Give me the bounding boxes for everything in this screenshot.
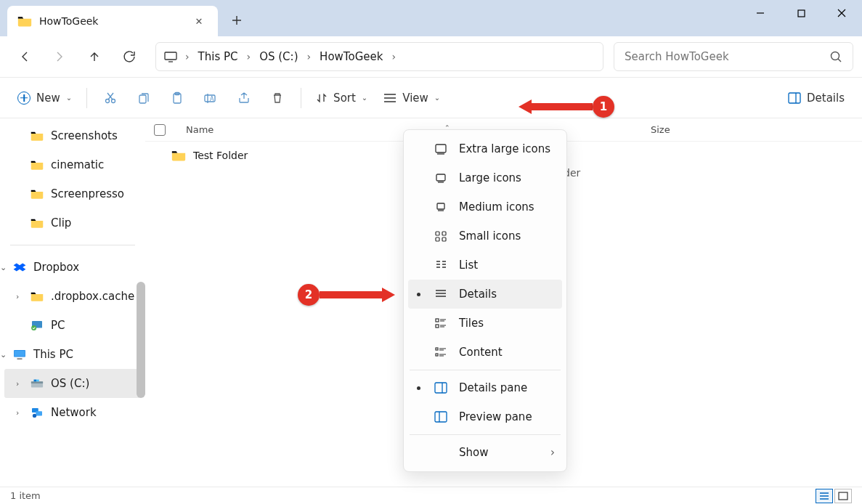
chevron-right-icon[interactable]: › <box>182 51 192 62</box>
column-size[interactable]: Size <box>641 124 728 135</box>
separator <box>301 88 301 108</box>
menu-details[interactable]: Details <box>408 280 562 309</box>
breadcrumb-drive[interactable]: OS (C:) <box>253 43 304 70</box>
list-icon <box>434 259 447 272</box>
svg-rect-18 <box>36 380 39 382</box>
file-name: Test Folder <box>193 150 248 161</box>
search-icon <box>830 51 842 63</box>
rename-button[interactable]: A <box>195 84 227 113</box>
sidebar-label: .dropbox.cache <box>51 290 134 303</box>
collapse-icon[interactable]: ⌄ <box>0 263 9 272</box>
svg-rect-32 <box>436 354 438 356</box>
svg-rect-27 <box>436 237 439 241</box>
small-icons-icon <box>434 229 447 243</box>
folder-icon <box>171 150 186 161</box>
svg-point-2 <box>831 52 839 60</box>
collapse-icon[interactable]: ⌄ <box>0 350 9 359</box>
search-box[interactable] <box>614 42 853 71</box>
chevron-right-icon[interactable]: › <box>389 51 399 62</box>
large-icons-icon <box>434 171 447 184</box>
menu-preview-pane[interactable]: Preview pane <box>408 402 562 431</box>
back-button[interactable] <box>9 42 41 71</box>
new-tab-button[interactable] <box>222 6 251 35</box>
sidebar-item-dropbox-cache[interactable]: › .dropbox.cache <box>0 282 145 311</box>
up-button[interactable] <box>78 42 110 71</box>
maximize-button[interactable] <box>781 0 821 26</box>
svg-rect-16 <box>31 381 43 383</box>
expand-icon[interactable]: › <box>16 292 25 301</box>
close-window-button[interactable] <box>821 0 862 26</box>
sidebar-item-this-pc[interactable]: ⌄ This PC <box>0 340 145 369</box>
tab-close-button[interactable]: ✕ <box>190 12 208 30</box>
svg-rect-14 <box>15 351 25 357</box>
details-label: Details <box>807 92 845 105</box>
menu-small-icons[interactable]: Small icons <box>408 221 562 251</box>
sidebar-item-network[interactable]: › Network <box>0 398 145 427</box>
view-icon <box>383 93 397 103</box>
copy-button[interactable] <box>128 84 160 113</box>
folder-icon <box>31 131 44 141</box>
menu-label: Large icons <box>459 171 521 184</box>
chevron-right-icon[interactable]: › <box>304 51 314 62</box>
svg-point-4 <box>112 99 115 102</box>
breadcrumb-folder[interactable]: HowToGeek <box>314 43 389 70</box>
menu-label: Tiles <box>459 317 484 330</box>
menu-extra-large-icons[interactable]: Extra large icons <box>408 134 562 163</box>
details-icon <box>434 288 447 301</box>
menu-tiles[interactable]: Tiles <box>408 309 562 338</box>
nav-pane: Screenshots cinematic Screenpresso Clip … <box>0 118 145 490</box>
menu-large-icons[interactable]: Large icons <box>408 163 562 192</box>
details-pane-button[interactable]: Details <box>781 84 852 113</box>
minimize-button[interactable] <box>740 0 781 26</box>
menu-details-pane[interactable]: Details pane <box>408 373 562 402</box>
sidebar-item-pc-link[interactable]: PC <box>0 311 145 340</box>
refresh-button[interactable] <box>113 42 145 71</box>
expand-icon[interactable]: › <box>16 379 25 389</box>
chevron-down-icon: ⌄ <box>66 94 72 102</box>
window-controls <box>740 0 862 29</box>
menu-label: Extra large icons <box>459 142 550 155</box>
sidebar-item-os-c[interactable]: › OS (C:) <box>4 369 141 398</box>
dropbox-icon <box>13 262 26 272</box>
menu-list[interactable]: List <box>408 251 562 280</box>
menu-medium-icons[interactable]: Medium icons <box>408 192 562 221</box>
folder-icon <box>31 189 44 199</box>
menu-show[interactable]: Show › <box>408 438 562 467</box>
select-all-checkbox[interactable] <box>154 124 166 136</box>
minimize-icon <box>756 9 765 17</box>
sidebar-item-dropbox[interactable]: ⌄ Dropbox <box>0 253 145 282</box>
chevron-right-icon[interactable]: › <box>244 51 254 62</box>
menu-content[interactable]: Content <box>408 338 562 367</box>
sort-button[interactable]: Sort ⌄ <box>309 84 375 113</box>
svg-rect-25 <box>436 232 439 235</box>
view-button[interactable]: View ⌄ <box>376 84 447 113</box>
sidebar-label: Screenpresso <box>51 187 124 200</box>
expand-icon[interactable]: › <box>16 408 25 418</box>
svg-rect-17 <box>34 380 37 382</box>
view-label: View <box>402 92 428 105</box>
breadcrumb-this-pc[interactable]: This PC <box>192 43 244 70</box>
plus-icon <box>232 15 242 25</box>
command-bar: New ⌄ A Sort ⌄ View ⌄ Details <box>0 77 862 118</box>
delete-button[interactable] <box>261 84 293 113</box>
statusbar-details-view[interactable] <box>816 489 833 503</box>
address-bar[interactable]: › This PC › OS (C:) › HowToGeek › <box>155 42 603 71</box>
monitor-icon <box>13 349 26 359</box>
search-input[interactable] <box>625 50 830 63</box>
cut-button[interactable] <box>94 84 126 113</box>
statusbar-thumbnails-view[interactable] <box>834 489 852 503</box>
svg-rect-28 <box>442 237 446 241</box>
share-button[interactable] <box>228 84 260 113</box>
new-button[interactable]: New ⌄ <box>10 84 79 113</box>
sidebar-item-cinematic[interactable]: cinematic <box>0 150 145 179</box>
window-tab[interactable]: HowToGeek ✕ <box>7 6 218 36</box>
item-count: 1 item <box>10 490 41 501</box>
share-icon <box>237 92 251 105</box>
paste-button[interactable] <box>161 84 193 113</box>
annotation-callout-1: 1 <box>519 96 614 118</box>
sidebar-item-screenshots[interactable]: Screenshots <box>0 121 145 150</box>
forward-button[interactable] <box>44 42 76 71</box>
sidebar-item-screenpresso[interactable]: Screenpresso <box>0 179 145 208</box>
sidebar-scrollbar[interactable] <box>137 282 145 398</box>
sidebar-item-clip[interactable]: Clip <box>0 208 145 237</box>
